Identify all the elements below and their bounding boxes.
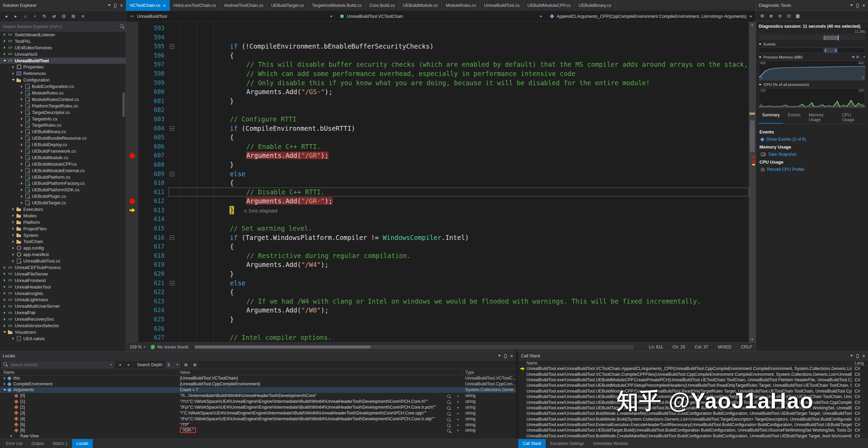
code-line[interactable]: 624Arguments.Add("/W0"); — [126, 306, 749, 315]
memory-filter-control[interactable]: P... — [852, 55, 865, 59]
tree-item[interactable]: TestPAL — [0, 38, 126, 44]
value-visualizer-icon[interactable] — [445, 422, 453, 427]
diagnostics-timeline[interactable] — [759, 36, 865, 40]
chevron-right-icon[interactable] — [11, 213, 16, 219]
code-text[interactable]: Arguments.Add("/GS-"); — [177, 87, 333, 97]
value-visualizer-icon[interactable] — [445, 405, 453, 410]
tree-item[interactable]: UEBuildPlatformFactory.cs — [0, 180, 126, 187]
tool-window-tab[interactable]: Call Stack — [518, 439, 546, 448]
chevron-right-icon[interactable] — [2, 38, 7, 44]
fold-column[interactable] — [169, 51, 177, 60]
window-menu-icon[interactable] — [498, 355, 501, 357]
tree-item[interactable]: UnrealMultiUserServer — [0, 303, 126, 309]
refresh-icon[interactable] — [40, 13, 49, 20]
chevron-right-icon[interactable] — [2, 31, 7, 38]
call-stack-row[interactable]: UnrealBuildTool.exe!UnrealBuildTool.Exte… — [518, 422, 868, 427]
tree-item[interactable]: TargetRules.cs — [0, 122, 126, 128]
fold-collapse-icon[interactable] — [170, 235, 174, 240]
scroll-up-icon[interactable] — [749, 22, 756, 27]
close-icon[interactable] — [862, 2, 865, 8]
tool-window-tab[interactable]: Watch 1 — [48, 439, 72, 448]
tree-item[interactable]: TargetInfo.cs — [0, 116, 126, 122]
tree-item[interactable]: SwitchboardListener — [0, 31, 126, 38]
layout-icon[interactable] — [794, 12, 802, 20]
breakpoint-gutter-cell[interactable] — [126, 78, 138, 88]
document-tab[interactable]: UEBuildBinary.cs — [575, 0, 616, 11]
locals-row[interactable]: [4]"/Fo\"C:\\WorkSpace\\UE4\\UnrealEngin… — [0, 416, 516, 422]
call-stack-row[interactable]: UnrealBuildTool.exe!UnrealBuildTool.Buil… — [518, 417, 868, 422]
call-stack-row[interactable]: UnrealBuildTool.exe!UnrealBuildTool.UEBu… — [518, 388, 868, 394]
code-line[interactable]: 606// Enable C++ RTTI. — [126, 142, 749, 151]
breakpoint-gutter-cell[interactable] — [126, 142, 138, 151]
call-stack-row[interactable]: UnrealBuildTool.exe!UnrealBuildTool.UEBu… — [518, 427, 868, 433]
breakpoint-gutter-cell[interactable] — [126, 260, 138, 269]
sync-icon[interactable] — [50, 13, 58, 20]
tree-item[interactable]: PlatformTargetRules.cs — [0, 103, 126, 109]
fold-column[interactable] — [169, 160, 177, 169]
locals-row[interactable]: [2]"/Fp\"C:\\WorkSpace\\UE4\\UnrealEngin… — [0, 404, 516, 410]
chevron-right-icon[interactable] — [2, 322, 7, 329]
pin-icon[interactable] — [856, 4, 859, 7]
fold-column[interactable] — [169, 69, 177, 78]
breakpoint-gutter-cell[interactable] — [126, 115, 138, 124]
breakpoint-gutter-cell[interactable] — [126, 105, 138, 115]
chevron-right-icon[interactable] — [11, 245, 16, 251]
locals-search-input[interactable] — [9, 363, 110, 367]
filter-icon[interactable] — [31, 13, 39, 20]
chevron-right-icon[interactable] — [19, 161, 24, 167]
code-line[interactable]: 607Arguments.Add("/GR"); — [126, 151, 749, 160]
code-line[interactable]: 615// Set warning level. — [126, 224, 749, 233]
code-line[interactable]: 627// Intel compiler options. — [126, 333, 749, 342]
chevron-right-icon[interactable] — [11, 226, 16, 232]
fold-column[interactable] — [169, 269, 177, 279]
tree-item[interactable]: UnrealRecoverySvc — [0, 316, 126, 322]
search-prev-icon[interactable]: ◄ — [116, 361, 123, 368]
cpu-section-header[interactable]: CPU (% of all processors) — [756, 81, 868, 88]
tree-item[interactable]: UE4.natvis — [0, 335, 126, 342]
locals-row[interactable]: Raw View — [0, 433, 516, 439]
reset-view-icon[interactable] — [785, 12, 793, 20]
fold-column[interactable] — [169, 287, 177, 297]
breakpoint-gutter-cell[interactable] — [126, 178, 138, 188]
tree-item[interactable]: Executors — [0, 206, 126, 213]
fold-column[interactable] — [169, 60, 177, 69]
chevron-right-icon[interactable] — [2, 377, 7, 380]
column-type[interactable]: Type — [462, 370, 516, 375]
document-tab[interactable]: UEBuildModule.cs — [399, 0, 442, 11]
fold-column[interactable] — [169, 33, 177, 42]
chevron-right-icon[interactable] — [19, 109, 24, 116]
breakpoint-gutter-cell[interactable] — [126, 51, 138, 60]
chevron-right-icon[interactable] — [11, 219, 16, 226]
tree-item[interactable]: UEBuildDeploy.cs — [0, 141, 126, 148]
chevron-right-icon[interactable] — [9, 435, 14, 437]
document-tab[interactable]: VCToolChain.cs — [126, 0, 170, 11]
member-dropdown[interactable]: AppendCLArguments_CPP(CppCompileEnvironm… — [546, 11, 756, 22]
type-dropdown[interactable]: UnrealBuildTool.VCToolChain — [336, 11, 546, 22]
breakpoint-gutter-cell[interactable] — [126, 97, 138, 106]
breakpoint-gutter-cell[interactable] — [126, 169, 138, 179]
tree-item[interactable]: ToolChain — [0, 239, 126, 245]
tree-item[interactable]: UnrealLightmass — [0, 297, 126, 303]
events-track[interactable] — [759, 48, 865, 53]
take-snapshot-link[interactable]: Take Snapshot — [761, 152, 865, 157]
tree-item[interactable]: UnrealCEFSubProcess — [0, 264, 126, 271]
breakpoint-gutter-cell[interactable] — [126, 297, 138, 306]
settings-gear-icon[interactable] — [758, 12, 766, 20]
code-text[interactable] — [177, 215, 181, 224]
tree-item[interactable]: UEBuildPlatformSDK.cs — [0, 187, 126, 193]
code-line[interactable]: 612Arguments.Add("/GR-"); — [126, 196, 749, 206]
solution-search-input[interactable] — [0, 22, 118, 31]
properties-icon[interactable] — [79, 13, 87, 20]
toggle-flag-icon[interactable] — [191, 361, 198, 368]
fold-column[interactable] — [169, 251, 177, 260]
code-text[interactable]: // Enable C++ RTTI. — [177, 142, 321, 151]
chevron-right-icon[interactable] — [2, 284, 7, 290]
tree-item[interactable]: UnrealPak — [0, 309, 126, 316]
tree-item[interactable]: Modes — [0, 213, 126, 219]
code-text[interactable] — [177, 324, 181, 333]
chevron-down-icon[interactable] — [457, 430, 459, 431]
fold-collapse-icon[interactable] — [170, 281, 174, 285]
tab-close-icon[interactable] — [163, 3, 166, 8]
tree-item[interactable]: ProjectFiles — [0, 226, 126, 232]
health-status[interactable]: No issues found — [157, 345, 188, 349]
